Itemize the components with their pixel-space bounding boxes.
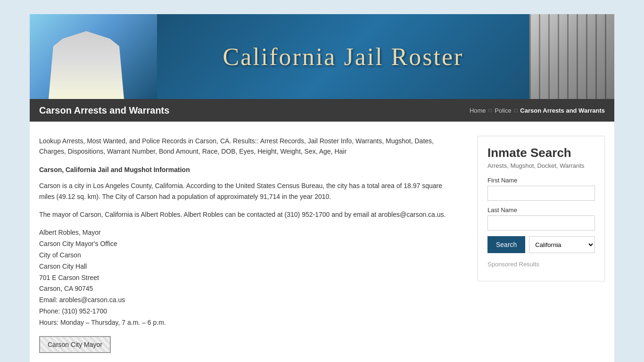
address-office: Carson City Mayor's Office bbox=[39, 239, 459, 250]
nav-home[interactable]: Home bbox=[470, 107, 486, 114]
address-phone: Phone: (310) 952-1700 bbox=[39, 306, 459, 317]
address-citystate: Carson, CA 90745 bbox=[39, 283, 459, 295]
header-banner: California Jail Roster bbox=[30, 14, 614, 99]
inmate-search-box: Inmate Search Arrests, Mugshot, Docket, … bbox=[478, 136, 605, 281]
address-name: Albert Robles, Mayor bbox=[39, 227, 459, 239]
last-name-input[interactable] bbox=[487, 215, 595, 230]
description-2: The mayor of Carson, California is Alber… bbox=[39, 209, 459, 220]
carson-city-mayor-button[interactable]: Carson City Mayor bbox=[39, 336, 111, 353]
nav-police[interactable]: Police bbox=[495, 107, 511, 114]
header-right-image bbox=[529, 14, 614, 99]
intro-text: Lookup Arrests, Most Wanted, and Police … bbox=[39, 136, 459, 157]
sponsored-label: Sponsored Results bbox=[487, 261, 595, 268]
last-name-label: Last Name bbox=[487, 206, 595, 214]
nav-sep-2: □ bbox=[514, 107, 518, 113]
inmate-search-subtitle: Arrests, Mugshot, Docket, Warrants bbox=[487, 162, 595, 169]
address-city: City of Carson bbox=[39, 250, 459, 261]
address-email: Email: arobles@carson.ca.us bbox=[39, 295, 459, 306]
last-name-row: Last Name bbox=[487, 206, 595, 230]
first-name-row: First Name bbox=[487, 177, 595, 201]
nav-page-title: Carson Arrests and Warrants bbox=[39, 105, 169, 116]
header-center: California Jail Roster bbox=[157, 14, 529, 99]
content-area: Lookup Arrests, Most Wanted, and Police … bbox=[39, 136, 459, 362]
first-name-label: First Name bbox=[487, 177, 595, 184]
nav-links: Home □ Police □ Carson Arrests and Warra… bbox=[470, 107, 605, 114]
address-hours: Hours: Monday – Thursday, 7 a.m. – 6 p.m… bbox=[39, 317, 459, 329]
header-left-image bbox=[30, 14, 157, 99]
site-title: California Jail Roster bbox=[223, 43, 464, 71]
nav-bar: Carson Arrests and Warrants Home □ Polic… bbox=[30, 99, 614, 122]
section-title: Carson, California Jail and Mugshot Info… bbox=[39, 165, 459, 175]
inmate-search-title: Inmate Search bbox=[487, 146, 595, 160]
search-button[interactable]: Search bbox=[487, 236, 525, 253]
sidebar: Inmate Search Arrests, Mugshot, Docket, … bbox=[478, 136, 605, 362]
main-wrapper: Lookup Arrests, Most Wanted, and Police … bbox=[30, 122, 614, 362]
address-block: Albert Robles, Mayor Carson City Mayor's… bbox=[39, 227, 459, 328]
first-name-input[interactable] bbox=[487, 186, 595, 201]
state-select[interactable]: AlabamaAlaskaArizonaArkansasCaliforniaCo… bbox=[529, 236, 595, 253]
description-1: Carson is a city in Los Angeles County, … bbox=[39, 181, 459, 202]
nav-current: Carson Arrests and Warrants bbox=[520, 107, 605, 114]
nav-sep-1: □ bbox=[489, 107, 492, 113]
address-street: 701 E Carson Street bbox=[39, 272, 459, 284]
address-hall: Carson City Hall bbox=[39, 261, 459, 272]
search-row: Search AlabamaAlaskaArizonaArkansasCalif… bbox=[487, 236, 595, 253]
